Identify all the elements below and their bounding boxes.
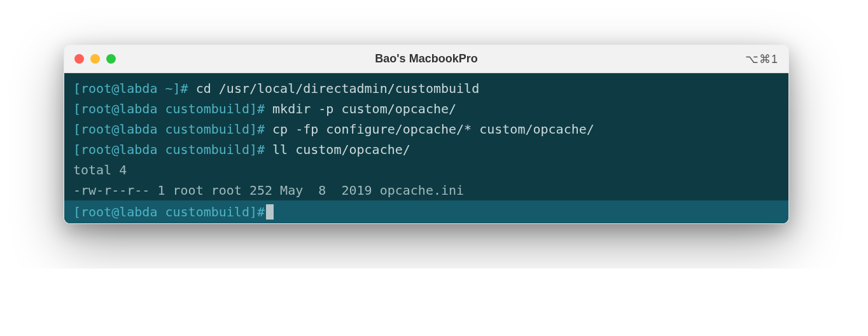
- prompt: [root@labda custombuild]#: [73, 202, 265, 222]
- window-title: Bao's MacbookPro: [375, 52, 477, 66]
- terminal-current-line[interactable]: [root@labda custombuild]#: [64, 200, 788, 223]
- terminal-line: [root@labda custombuild]# cp -fp configu…: [64, 119, 788, 139]
- terminal-line: [root@labda custombuild]# ll custom/opca…: [64, 139, 788, 160]
- maximize-button[interactable]: [106, 54, 116, 64]
- minimize-button[interactable]: [90, 54, 100, 64]
- terminal-output: -rw-r--r-- 1 root root 252 May 8 2019 op…: [64, 180, 788, 200]
- terminal-line: [root@labda custombuild]# mkdir -p custo…: [64, 99, 788, 119]
- window-shortcut: ⌥⌘1: [745, 52, 778, 66]
- prompt: [root@labda ~]#: [73, 81, 188, 96]
- terminal-window: Bao's MacbookPro ⌥⌘1 [root@labda ~]# cd …: [64, 45, 789, 224]
- close-button[interactable]: [74, 54, 84, 64]
- terminal-body[interactable]: [root@labda ~]# cd /usr/local/directadmi…: [64, 73, 788, 223]
- traffic-lights: [74, 54, 116, 64]
- command-text: cp -fp configure/opcache/* custom/opcach…: [272, 122, 594, 137]
- prompt: [root@labda custombuild]#: [73, 101, 265, 116]
- titlebar[interactable]: Bao's MacbookPro ⌥⌘1: [64, 45, 788, 73]
- terminal-line: [root@labda ~]# cd /usr/local/directadmi…: [64, 78, 788, 99]
- cursor: [266, 204, 274, 220]
- prompt: [root@labda custombuild]#: [73, 142, 265, 157]
- command-text: ll custom/opcache/: [272, 142, 410, 157]
- command-text: mkdir -p custom/opcache/: [272, 101, 456, 116]
- prompt: [root@labda custombuild]#: [73, 122, 265, 137]
- terminal-output: total 4: [64, 160, 788, 180]
- command-text: cd /usr/local/directadmin/custombuild: [196, 81, 480, 96]
